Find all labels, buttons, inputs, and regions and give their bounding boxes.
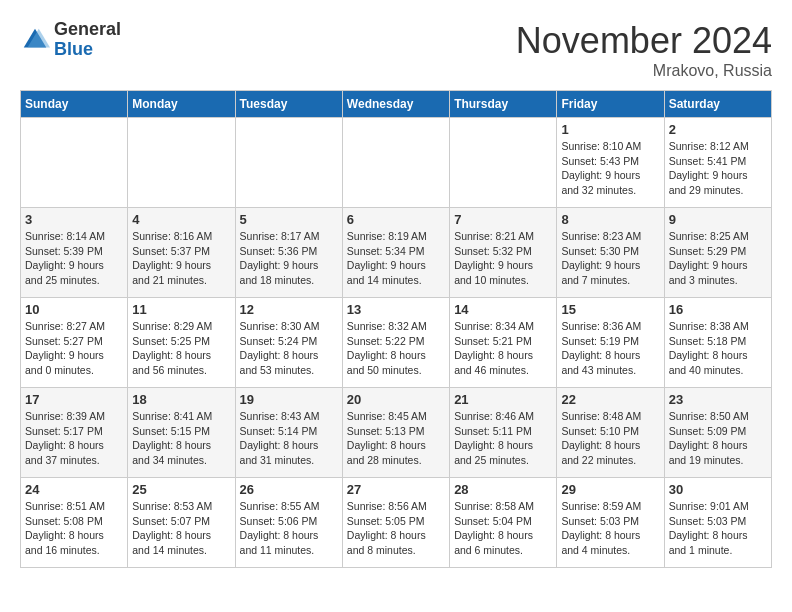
day-number: 26 [240,482,338,497]
day-info: Sunrise: 8:27 AMSunset: 5:27 PMDaylight:… [25,319,123,378]
day-info: Sunrise: 8:21 AMSunset: 5:32 PMDaylight:… [454,229,552,288]
day-number: 7 [454,212,552,227]
week-row-5: 24Sunrise: 8:51 AMSunset: 5:08 PMDayligh… [21,478,772,568]
day-info: Sunrise: 8:36 AMSunset: 5:19 PMDaylight:… [561,319,659,378]
logo-blue-text: Blue [54,40,121,60]
day-info: Sunrise: 8:39 AMSunset: 5:17 PMDaylight:… [25,409,123,468]
logo: General Blue [20,20,121,60]
day-info: Sunrise: 8:56 AMSunset: 5:05 PMDaylight:… [347,499,445,558]
day-info: Sunrise: 8:46 AMSunset: 5:11 PMDaylight:… [454,409,552,468]
calendar-cell: 28Sunrise: 8:58 AMSunset: 5:04 PMDayligh… [450,478,557,568]
calendar-cell: 8Sunrise: 8:23 AMSunset: 5:30 PMDaylight… [557,208,664,298]
day-number: 29 [561,482,659,497]
day-info: Sunrise: 8:10 AMSunset: 5:43 PMDaylight:… [561,139,659,198]
day-info: Sunrise: 8:48 AMSunset: 5:10 PMDaylight:… [561,409,659,468]
day-info: Sunrise: 8:58 AMSunset: 5:04 PMDaylight:… [454,499,552,558]
calendar-cell: 20Sunrise: 8:45 AMSunset: 5:13 PMDayligh… [342,388,449,478]
day-info: Sunrise: 8:14 AMSunset: 5:39 PMDaylight:… [25,229,123,288]
week-row-4: 17Sunrise: 8:39 AMSunset: 5:17 PMDayligh… [21,388,772,478]
day-info: Sunrise: 9:01 AMSunset: 5:03 PMDaylight:… [669,499,767,558]
page-header: General Blue November 2024 Mrakovo, Russ… [20,20,772,80]
day-info: Sunrise: 8:55 AMSunset: 5:06 PMDaylight:… [240,499,338,558]
location: Mrakovo, Russia [516,62,772,80]
day-number: 12 [240,302,338,317]
calendar-cell: 12Sunrise: 8:30 AMSunset: 5:24 PMDayligh… [235,298,342,388]
header-day-thursday: Thursday [450,91,557,118]
calendar-cell: 9Sunrise: 8:25 AMSunset: 5:29 PMDaylight… [664,208,771,298]
day-number: 5 [240,212,338,227]
header-day-saturday: Saturday [664,91,771,118]
calendar-cell: 24Sunrise: 8:51 AMSunset: 5:08 PMDayligh… [21,478,128,568]
day-info: Sunrise: 8:51 AMSunset: 5:08 PMDaylight:… [25,499,123,558]
calendar-cell: 3Sunrise: 8:14 AMSunset: 5:39 PMDaylight… [21,208,128,298]
header-day-tuesday: Tuesday [235,91,342,118]
header-row: SundayMondayTuesdayWednesdayThursdayFrid… [21,91,772,118]
day-info: Sunrise: 8:23 AMSunset: 5:30 PMDaylight:… [561,229,659,288]
day-number: 24 [25,482,123,497]
day-number: 1 [561,122,659,137]
logo-icon [20,25,50,55]
calendar-cell [235,118,342,208]
day-info: Sunrise: 8:50 AMSunset: 5:09 PMDaylight:… [669,409,767,468]
day-info: Sunrise: 8:41 AMSunset: 5:15 PMDaylight:… [132,409,230,468]
calendar-cell: 10Sunrise: 8:27 AMSunset: 5:27 PMDayligh… [21,298,128,388]
day-number: 20 [347,392,445,407]
day-info: Sunrise: 8:45 AMSunset: 5:13 PMDaylight:… [347,409,445,468]
day-info: Sunrise: 8:34 AMSunset: 5:21 PMDaylight:… [454,319,552,378]
day-number: 14 [454,302,552,317]
calendar-cell: 21Sunrise: 8:46 AMSunset: 5:11 PMDayligh… [450,388,557,478]
day-info: Sunrise: 8:59 AMSunset: 5:03 PMDaylight:… [561,499,659,558]
week-row-2: 3Sunrise: 8:14 AMSunset: 5:39 PMDaylight… [21,208,772,298]
week-row-1: 1Sunrise: 8:10 AMSunset: 5:43 PMDaylight… [21,118,772,208]
calendar-table: SundayMondayTuesdayWednesdayThursdayFrid… [20,90,772,568]
day-number: 16 [669,302,767,317]
day-info: Sunrise: 8:12 AMSunset: 5:41 PMDaylight:… [669,139,767,198]
calendar-cell: 16Sunrise: 8:38 AMSunset: 5:18 PMDayligh… [664,298,771,388]
header-day-friday: Friday [557,91,664,118]
calendar-cell: 19Sunrise: 8:43 AMSunset: 5:14 PMDayligh… [235,388,342,478]
calendar-cell: 23Sunrise: 8:50 AMSunset: 5:09 PMDayligh… [664,388,771,478]
day-info: Sunrise: 8:19 AMSunset: 5:34 PMDaylight:… [347,229,445,288]
day-info: Sunrise: 8:30 AMSunset: 5:24 PMDaylight:… [240,319,338,378]
day-number: 17 [25,392,123,407]
calendar-cell [128,118,235,208]
day-number: 2 [669,122,767,137]
day-info: Sunrise: 8:16 AMSunset: 5:37 PMDaylight:… [132,229,230,288]
day-number: 6 [347,212,445,227]
day-number: 21 [454,392,552,407]
calendar-cell: 15Sunrise: 8:36 AMSunset: 5:19 PMDayligh… [557,298,664,388]
day-number: 13 [347,302,445,317]
day-number: 8 [561,212,659,227]
calendar-cell: 30Sunrise: 9:01 AMSunset: 5:03 PMDayligh… [664,478,771,568]
calendar-cell [21,118,128,208]
logo-general-text: General [54,20,121,40]
month-title: November 2024 [516,20,772,62]
day-number: 22 [561,392,659,407]
day-number: 30 [669,482,767,497]
header-day-wednesday: Wednesday [342,91,449,118]
calendar-cell: 11Sunrise: 8:29 AMSunset: 5:25 PMDayligh… [128,298,235,388]
calendar-cell: 22Sunrise: 8:48 AMSunset: 5:10 PMDayligh… [557,388,664,478]
day-info: Sunrise: 8:29 AMSunset: 5:25 PMDaylight:… [132,319,230,378]
day-number: 18 [132,392,230,407]
day-info: Sunrise: 8:53 AMSunset: 5:07 PMDaylight:… [132,499,230,558]
day-number: 10 [25,302,123,317]
calendar-cell: 25Sunrise: 8:53 AMSunset: 5:07 PMDayligh… [128,478,235,568]
day-number: 28 [454,482,552,497]
calendar-cell: 29Sunrise: 8:59 AMSunset: 5:03 PMDayligh… [557,478,664,568]
day-number: 11 [132,302,230,317]
day-number: 23 [669,392,767,407]
week-row-3: 10Sunrise: 8:27 AMSunset: 5:27 PMDayligh… [21,298,772,388]
day-info: Sunrise: 8:25 AMSunset: 5:29 PMDaylight:… [669,229,767,288]
day-number: 27 [347,482,445,497]
header-day-sunday: Sunday [21,91,128,118]
calendar-cell: 7Sunrise: 8:21 AMSunset: 5:32 PMDaylight… [450,208,557,298]
calendar-cell: 5Sunrise: 8:17 AMSunset: 5:36 PMDaylight… [235,208,342,298]
calendar-cell: 6Sunrise: 8:19 AMSunset: 5:34 PMDaylight… [342,208,449,298]
day-number: 25 [132,482,230,497]
title-block: November 2024 Mrakovo, Russia [516,20,772,80]
calendar-cell: 14Sunrise: 8:34 AMSunset: 5:21 PMDayligh… [450,298,557,388]
calendar-cell: 2Sunrise: 8:12 AMSunset: 5:41 PMDaylight… [664,118,771,208]
day-number: 15 [561,302,659,317]
day-info: Sunrise: 8:17 AMSunset: 5:36 PMDaylight:… [240,229,338,288]
